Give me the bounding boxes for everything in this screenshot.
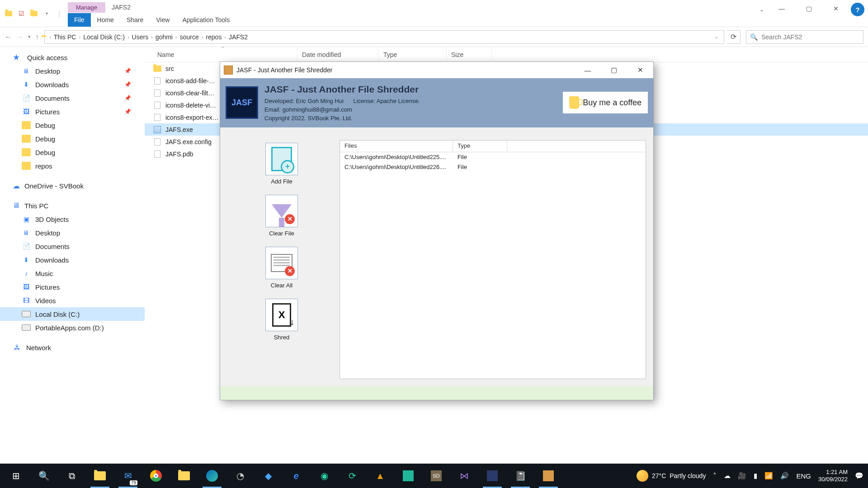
taskbar-explorer2-icon[interactable] [170,464,198,488]
taskbar-app-icon[interactable]: SD [422,464,450,488]
taskbar-app-icon[interactable]: ◉ [310,464,338,488]
taskbar-jasf-icon[interactable] [534,464,562,488]
sidebar-item-documents[interactable]: 📄Documents📌 [0,91,145,105]
sidebar-item-desktop[interactable]: 🖥Desktop📌 [0,64,145,78]
jasf-list-row[interactable]: C:\Users\gohmi\Desktop\Untitled226....Fi… [340,162,646,172]
task-view-button[interactable]: ⧉ [58,464,86,488]
sidebar-item-3d-objects[interactable]: ▣3D Objects [0,212,145,226]
sidebar-item-debug[interactable]: Debug [0,118,145,132]
breadcrumb-item[interactable]: This PC [54,33,76,41]
action-center-icon[interactable]: 💬 [855,472,863,480]
jasf-list-row[interactable]: C:\Users\gohmi\Desktop\Untitled225....Fi… [340,152,646,162]
taskbar-edge-icon[interactable] [198,464,226,488]
jasf-file-list[interactable]: Files Type C:\Users\gohmi\Desktop\Untitl… [340,140,646,379]
sidebar-this-pc[interactable]: 🖥This PC [0,199,145,212]
taskbar-search-button[interactable]: 🔍 [30,464,58,488]
jasf-close-button[interactable]: ✕ [627,62,653,78]
sidebar-item-downloads[interactable]: ⬇Downloads📌 [0,78,145,91]
sidebar-item-debug[interactable]: Debug [0,145,145,159]
clear-all-button[interactable]: ✕ Clear All [265,247,298,289]
buy-me-a-coffee-button[interactable]: Buy me a coffee [563,92,648,113]
taskbar[interactable]: ⊞ 🔍 ⧉ ✉79 ◔ ◆ e ◉ ⟳ ▲ SD ⋈ 📓 27°C Partly… [0,464,868,488]
jasf-column-files[interactable]: Files [340,141,453,152]
qat-dropdown-icon[interactable]: ▾ [42,9,52,19]
breadcrumb-item[interactable]: Local Disk (C:) [83,33,125,41]
breadcrumb-item[interactable]: source [180,33,199,41]
sidebar-item-videos[interactable]: 🎞Videos [0,294,145,307]
sidebar-item-documents[interactable]: 📄Documents [0,239,145,253]
breadcrumb[interactable]: › This PC › Local Disk (C:) › Users › go… [44,30,724,44]
qat-folder-icon[interactable] [29,9,39,19]
jasf-column-type[interactable]: Type [453,141,507,152]
sidebar-item-repos[interactable]: repos [0,159,145,173]
jasf-minimize-button[interactable]: — [575,62,601,78]
qat-item-icon[interactable]: ☑ [16,9,26,19]
ribbon-collapse-icon[interactable]: ⌄ [755,3,769,16]
meet-now-icon[interactable]: 🎥 [738,472,746,480]
jasf-list-header[interactable]: Files Type [340,141,646,152]
breadcrumb-dropdown-icon[interactable]: ⌄ [712,34,721,40]
taskbar-mail-icon[interactable]: ✉79 [114,464,142,488]
ribbon-tab-view[interactable]: View [150,13,176,27]
shred-button[interactable]: X Shred [265,299,298,341]
close-button[interactable]: ✕ [823,2,849,15]
sidebar-item-desktop[interactable]: 🖥Desktop [0,226,145,239]
jasf-maximize-button[interactable]: ▢ [601,62,627,78]
taskbar-app-icon[interactable] [478,464,506,488]
ribbon-tab-app-tools[interactable]: Application Tools [176,13,236,27]
sidebar-item-portableapps-d[interactable]: PortableApps.com (D:) [0,321,145,334]
sidebar-item-pictures[interactable]: 🖼Pictures📌 [0,105,145,118]
onedrive-tray-icon[interactable]: ☁ [724,472,731,480]
sidebar-item-debug[interactable]: Debug [0,132,145,145]
weather-widget[interactable]: 27°C Partly cloudy [637,470,706,482]
sidebar-onedrive[interactable]: ☁OneDrive - SVBook [0,179,145,192]
history-dropdown-icon[interactable]: ▾ [28,34,31,40]
navigation-pane[interactable]: ★ Quick access 🖥Desktop📌 ⬇Downloads📌 📄Do… [0,47,145,474]
battery-icon[interactable]: ▮ [754,472,757,480]
chevron-right-icon[interactable]: › [202,34,203,40]
forward-button[interactable]: → [16,33,24,41]
column-headers[interactable]: ˄ Name Date modified Type Size [145,47,868,62]
breadcrumb-item[interactable]: JAFS2 [229,33,248,41]
taskbar-steam-icon[interactable]: ◔ [226,464,254,488]
up-button[interactable]: ↑ [35,33,39,41]
column-size[interactable]: Size [447,47,492,62]
contextual-tab-manage[interactable]: Manage [68,2,105,13]
refresh-button[interactable]: ⟳ [727,30,741,44]
chevron-right-icon[interactable]: › [49,34,51,40]
volume-icon[interactable]: 🔊 [780,472,789,480]
sidebar-network[interactable]: 🖧Network [0,341,145,354]
tray-overflow-icon[interactable]: ˄ [713,472,717,480]
sidebar-item-music[interactable]: ♪Music [0,267,145,280]
column-type[interactable]: Type [379,47,447,62]
taskbar-ie-icon[interactable]: e [282,464,310,488]
minimize-button[interactable]: — [769,2,795,15]
ribbon-tab-share[interactable]: Share [120,13,150,27]
sidebar-item-pictures[interactable]: 🖼Pictures [0,280,145,294]
ribbon-tab-home[interactable]: Home [91,13,120,27]
taskbar-explorer-icon[interactable] [86,464,114,488]
taskbar-app-icon[interactable]: ◆ [254,464,282,488]
sidebar-item-local-disk-c[interactable]: Local Disk (C:) [0,307,145,321]
clear-file-button[interactable]: ✕ Clear File [265,195,298,237]
sidebar-item-downloads[interactable]: ⬇Downloads [0,253,145,267]
taskbar-app-icon[interactable] [394,464,422,488]
chevron-right-icon[interactable]: › [79,34,80,40]
add-file-button[interactable]: Add File [265,143,298,185]
chevron-right-icon[interactable]: › [175,34,177,40]
chevron-right-icon[interactable]: › [224,34,226,40]
ribbon-tab-file[interactable]: File [68,13,91,27]
sidebar-quick-access[interactable]: ★ Quick access [0,51,145,64]
chevron-right-icon[interactable]: › [151,34,153,40]
back-button[interactable]: ← [5,33,12,41]
taskbar-app-icon[interactable]: ▲ [366,464,394,488]
clock[interactable]: 1:21 AM 30/09/2022 [818,469,848,483]
column-date[interactable]: Date modified [297,47,379,62]
column-name[interactable]: Name [153,47,297,62]
chevron-right-icon[interactable]: › [127,34,129,40]
taskbar-app-icon[interactable]: ⟳ [338,464,366,488]
search-input[interactable] [761,33,859,41]
breadcrumb-item[interactable]: gohmi [156,33,173,41]
taskbar-visual-studio-icon[interactable]: ⋈ [450,464,478,488]
search-box[interactable]: 🔍 [746,30,863,44]
